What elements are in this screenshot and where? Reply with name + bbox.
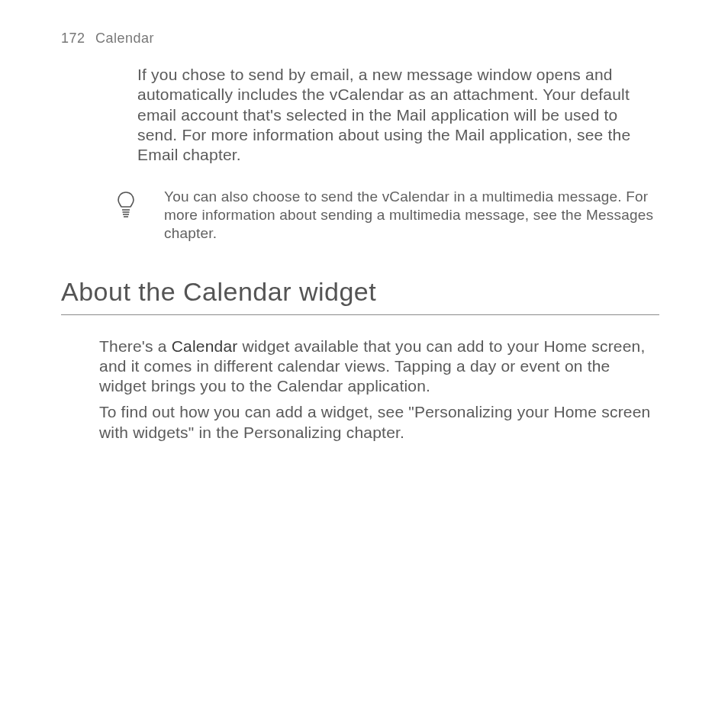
- section-paragraph-2: To find out how you can add a widget, se…: [99, 402, 659, 443]
- running-header: 172 Calendar: [61, 31, 659, 47]
- document-page: 172 Calendar If you chose to send by ema…: [0, 0, 728, 443]
- page-number: 172: [61, 31, 85, 46]
- tip-icon-container: [95, 188, 156, 221]
- lightbulb-tip-icon: [116, 191, 136, 221]
- para1-keyword: Calendar: [172, 337, 238, 355]
- para1-prefix: There's a: [99, 337, 172, 355]
- tip-text: You can also choose to send the vCalenda…: [164, 188, 659, 242]
- intro-paragraph: If you chose to send by email, a new mes…: [137, 65, 659, 165]
- section-heading: About the Calendar widget: [61, 277, 659, 307]
- tip-callout: You can also choose to send the vCalenda…: [61, 188, 659, 242]
- header-title: Calendar: [95, 31, 154, 46]
- section-divider: [61, 314, 659, 315]
- section-paragraph-1: There's a Calendar widget available that…: [99, 337, 659, 397]
